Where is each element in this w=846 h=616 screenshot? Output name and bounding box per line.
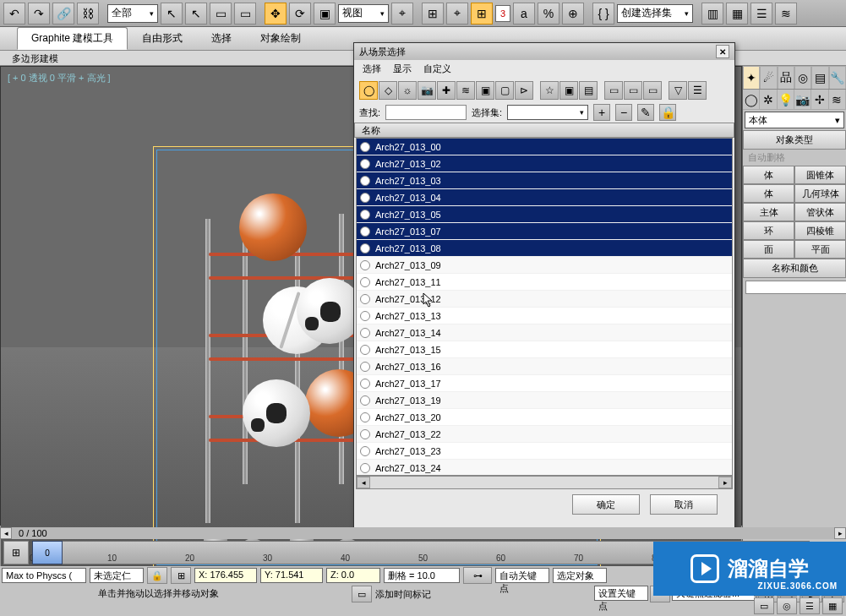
- ribbon-tab-paint[interactable]: 对象绘制: [246, 27, 315, 50]
- set-save-button[interactable]: ✎: [637, 104, 654, 121]
- coord-x[interactable]: X: 176.455: [194, 568, 257, 583]
- percent-snap-button[interactable]: %: [538, 3, 559, 25]
- redo-button[interactable]: ↷: [28, 3, 50, 25]
- selection-set-combo[interactable]: [507, 105, 588, 120]
- obj-btn-7[interactable]: 四棱锥: [794, 221, 846, 240]
- cam-cat[interactable]: 📷: [794, 90, 811, 109]
- obj-btn-2[interactable]: 体: [743, 184, 794, 203]
- list-item[interactable]: Arch27_013_17: [357, 375, 732, 392]
- dlg-tb-group[interactable]: ▣: [476, 81, 494, 100]
- ref-coord-combo[interactable]: 视图: [338, 4, 389, 23]
- layers-button[interactable]: ☰: [750, 3, 772, 25]
- named-sel-edit-button[interactable]: { }: [592, 3, 614, 25]
- pivot-button[interactable]: ⌖: [391, 3, 413, 25]
- list-item[interactable]: Arch27_013_07: [357, 223, 732, 240]
- hscroll-left[interactable]: ◂: [357, 477, 370, 488]
- list-item[interactable]: Arch27_013_19: [357, 392, 732, 409]
- list-item[interactable]: Arch27_013_03: [357, 172, 732, 189]
- object-list[interactable]: Arch27_013_00Arch27_013_02Arch27_013_03A…: [356, 138, 733, 476]
- dlg-tb-helper[interactable]: ✚: [437, 81, 456, 100]
- list-item[interactable]: Arch27_013_08: [357, 240, 732, 257]
- obj-btn-0[interactable]: 体: [743, 166, 794, 184]
- list-item[interactable]: Arch27_013_22: [357, 426, 732, 443]
- dlg-tb-xref[interactable]: ▢: [495, 81, 514, 100]
- list-item[interactable]: Arch27_013_12: [357, 291, 732, 308]
- coord-z[interactable]: Z: 0.0: [326, 568, 380, 583]
- autokey-button[interactable]: 自动关键点: [495, 568, 549, 583]
- search-input[interactable]: [385, 105, 467, 120]
- select-name-button[interactable]: ↖: [185, 3, 207, 25]
- list-item[interactable]: Arch27_013_04: [357, 189, 732, 206]
- dlg-tb-options[interactable]: ☰: [688, 81, 707, 100]
- utilities-tab[interactable]: 🔧: [829, 66, 846, 89]
- dlg-tb-space[interactable]: ≋: [456, 81, 475, 100]
- scale-button[interactable]: ▣: [314, 3, 336, 25]
- nav-walk[interactable]: ☰: [800, 597, 820, 614]
- time-config-button[interactable]: ⊞: [3, 541, 29, 564]
- dlg-menu-custom[interactable]: 自定义: [423, 63, 451, 76]
- viewport-hscroll[interactable]: ◂ 0 / 100 ▸: [0, 527, 846, 539]
- dlg-tb-geom[interactable]: ◯: [359, 81, 378, 100]
- link-button[interactable]: 🔗: [52, 3, 74, 25]
- list-header-name[interactable]: 名称: [354, 123, 734, 138]
- angle-snap-button[interactable]: a: [513, 3, 535, 25]
- curve-editor-button[interactable]: ≋: [775, 3, 797, 25]
- shape-cat[interactable]: ✲: [760, 90, 777, 109]
- obj-btn-9[interactable]: 平面: [794, 240, 846, 259]
- rotate-button[interactable]: ⟳: [289, 3, 311, 25]
- space-cat[interactable]: ≋: [829, 90, 846, 109]
- nav-max[interactable]: ▦: [822, 597, 843, 614]
- hierarchy-tab[interactable]: 品: [778, 66, 794, 89]
- snap-toggle-button[interactable]: ⊞: [471, 3, 493, 25]
- motion-tab[interactable]: ◎: [794, 66, 811, 89]
- list-item[interactable]: Arch27_013_23: [357, 443, 732, 460]
- create-tab[interactable]: ✦: [743, 66, 760, 89]
- list-item[interactable]: Arch27_013_20: [357, 409, 732, 426]
- obj-btn-5[interactable]: 管状体: [794, 203, 846, 221]
- list-item[interactable]: Arch27_013_13: [357, 308, 732, 324]
- list-item[interactable]: Arch27_013_14: [357, 324, 732, 341]
- obj-btn-4[interactable]: 主体: [743, 203, 794, 221]
- helper-cat[interactable]: ✢: [811, 90, 828, 109]
- dlg-tb-col2[interactable]: ▭: [624, 81, 642, 100]
- dlg-menu-display[interactable]: 显示: [393, 63, 412, 76]
- dialog-title-bar[interactable]: 从场景选择 ✕: [354, 43, 734, 60]
- obj-btn-1[interactable]: 圆锥体: [794, 166, 846, 184]
- set-sub-button[interactable]: −: [615, 104, 632, 121]
- mirror-button[interactable]: ▥: [701, 3, 723, 25]
- abs-rel-button[interactable]: ⊞: [171, 567, 191, 584]
- region-rect-button[interactable]: ▭: [210, 3, 232, 25]
- vp-scroll-left[interactable]: ◂: [0, 527, 12, 539]
- spinner-snap-button[interactable]: ⊕: [562, 3, 584, 25]
- list-item[interactable]: Arch27_013_02: [357, 155, 732, 172]
- snap-value[interactable]: 3: [495, 5, 510, 22]
- add-time-tag-button[interactable]: ▭: [352, 586, 372, 602]
- obj-btn-6[interactable]: 环: [743, 221, 794, 240]
- geom-cat[interactable]: ◯: [743, 90, 760, 109]
- maxscript-listener[interactable]: [2, 568, 86, 583]
- vp-scroll-right[interactable]: ▸: [834, 527, 846, 539]
- setkey-button[interactable]: 设置关键点: [594, 586, 648, 601]
- select-manip-button[interactable]: ⊞: [422, 3, 444, 25]
- dlg-tb-light[interactable]: ☼: [398, 81, 417, 100]
- dlg-tb-filter[interactable]: ▽: [669, 81, 687, 100]
- object-name-field[interactable]: [745, 281, 846, 294]
- display-tab[interactable]: ▤: [811, 66, 828, 89]
- dlg-tb-invert[interactable]: ▤: [579, 81, 598, 100]
- selection-filter-combo[interactable]: 全部: [107, 4, 158, 23]
- list-item[interactable]: Arch27_013_24: [357, 460, 732, 476]
- list-item[interactable]: Arch27_013_09: [357, 257, 732, 274]
- named-sel-combo[interactable]: 创建选择集: [617, 4, 693, 23]
- list-hscroll[interactable]: ◂ ▸: [356, 476, 733, 489]
- list-item[interactable]: Arch27_013_16: [357, 358, 732, 375]
- dlg-tb-all[interactable]: ☆: [540, 81, 559, 100]
- set-lock-button[interactable]: 🔒: [659, 104, 676, 121]
- obj-btn-8[interactable]: 面: [743, 240, 794, 259]
- dlg-tb-bone[interactable]: ⊳: [515, 81, 533, 100]
- dlg-tb-cam[interactable]: 📷: [418, 81, 436, 100]
- dialog-close-button[interactable]: ✕: [716, 45, 729, 58]
- keyboard-shortcut-button[interactable]: ⌖: [446, 3, 468, 25]
- hscroll-right[interactable]: ▸: [718, 477, 732, 488]
- lock-selection-button[interactable]: 🔒: [147, 567, 167, 584]
- select-button[interactable]: ↖: [161, 3, 183, 25]
